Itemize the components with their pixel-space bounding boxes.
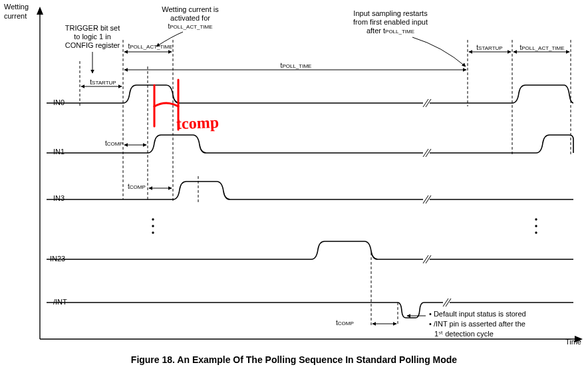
svg-point-24 <box>152 218 154 220</box>
t-startup-meas-left: tSTARTUP <box>90 78 116 86</box>
annotation-arrows <box>92 32 466 316</box>
svg-point-27 <box>535 218 537 220</box>
anno-trigger-l2: to logic 1 in <box>74 33 111 41</box>
guide-lines <box>80 40 571 326</box>
t-comp-in1: tCOMP <box>105 140 123 147</box>
x-axis-label: Time <box>565 338 581 346</box>
svg-point-25 <box>152 225 154 227</box>
y-axis-label-line1: Wetting <box>4 3 29 11</box>
ellipsis-left <box>152 218 154 233</box>
t-poll-time-meas: tPOLL_TIME <box>281 62 312 69</box>
svg-point-29 <box>535 231 537 233</box>
anno-wetting-l1: Wetting current is <box>162 5 218 13</box>
break-marks <box>423 99 451 307</box>
handwritten-marks <box>154 80 178 130</box>
signal-in1-label: IN1 <box>53 148 65 156</box>
wave-in1 <box>47 135 573 153</box>
wave-in23 <box>47 241 573 259</box>
int-notes: Default input status is stored /INT pin … <box>429 309 526 339</box>
anno-trigger-l3: CONFIG register <box>65 41 120 49</box>
svg-point-28 <box>535 225 537 227</box>
ellipsis-right <box>535 218 537 233</box>
t-startup-meas-right: tSTARTUP <box>476 44 502 51</box>
anno-wetting-l2: activated for <box>170 14 210 22</box>
figure-caption: Figure 18. An Example Of The Polling Seq… <box>0 354 588 365</box>
signal-in0-label: IN0 <box>53 98 65 106</box>
anno-sampling-l1: Input sampling restarts <box>353 9 427 17</box>
wave-in0 <box>47 85 573 103</box>
svg-point-26 <box>152 231 154 233</box>
wave-in3 <box>47 182 573 199</box>
t-poll-act-time-meas-1: tPOLL_ACT_TIME <box>128 43 172 50</box>
anno-sampling-l3: after tPOLL_TIME <box>367 27 414 35</box>
signal-int-label: /INT <box>53 298 67 306</box>
t-comp-in3: tCOMP <box>128 183 146 190</box>
t-poll-act-time-label: tPOLL_ACT_TIME <box>168 23 212 30</box>
t-poll-act-time-meas-right: tPOLL_ACT_TIME <box>519 44 564 51</box>
waveforms <box>47 85 573 318</box>
anno-trigger-l1: TRIGGER bit set <box>65 24 120 32</box>
axes-group <box>37 7 583 342</box>
int-note-2: /INT pin is asserted after the 1ˢᵗ detec… <box>429 319 526 339</box>
handwritten-tcomp: tcomp <box>176 114 220 133</box>
signal-in3-label: IN3 <box>53 194 65 202</box>
int-note-1: Default input status is stored <box>429 309 526 319</box>
anno-sampling-l2: from first enabled input <box>353 18 428 26</box>
svg-marker-1 <box>37 7 43 15</box>
signal-in23-label: IN23 <box>50 255 65 263</box>
anno-wetting-l3: tPOLL_ACT_TIME <box>168 23 212 30</box>
t-comp-int: tCOMP <box>336 319 354 326</box>
y-axis-label-line2: current <box>4 12 27 20</box>
